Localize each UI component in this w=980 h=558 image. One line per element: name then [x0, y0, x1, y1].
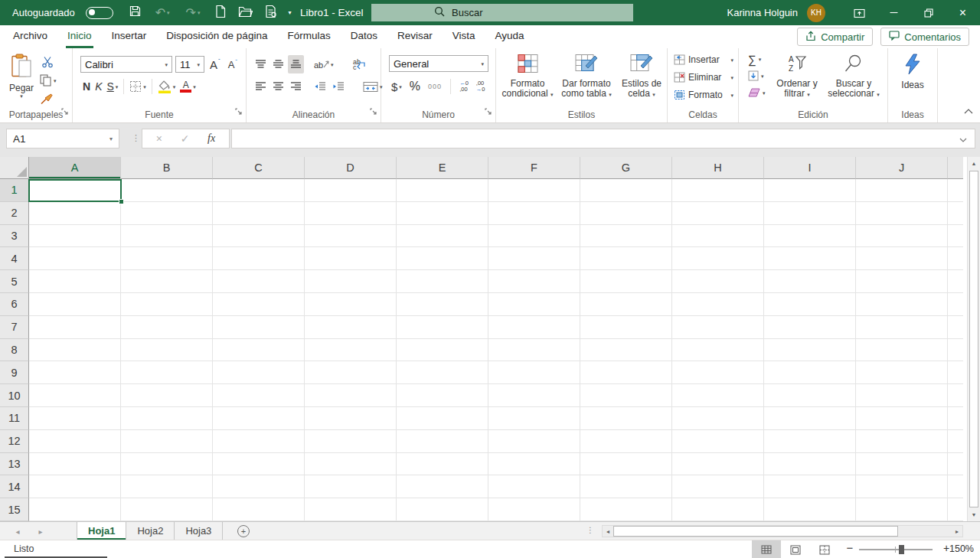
cell-G13[interactable] [580, 453, 672, 476]
cell-D12[interactable] [305, 430, 397, 453]
align-top-button[interactable] [253, 55, 269, 73]
cell-F13[interactable] [488, 453, 580, 476]
cell-E4[interactable] [397, 247, 488, 270]
cancel-icon[interactable]: × [156, 132, 162, 145]
wrap-text-button[interactable]: abc [350, 55, 368, 73]
insert-cells-button[interactable]: Insertar ▾ [674, 54, 733, 65]
cell-D5[interactable] [305, 270, 397, 293]
cell-E12[interactable] [397, 430, 488, 453]
cell-C3[interactable] [213, 225, 305, 248]
zoom-slider-thumb[interactable] [899, 545, 904, 554]
cell-A3[interactable] [29, 225, 121, 248]
new-sheet-button[interactable]: + [237, 525, 250, 537]
cell-C5[interactable] [213, 270, 305, 293]
underline-button[interactable]: S▾ [104, 77, 120, 96]
close-button[interactable]: × [946, 0, 980, 25]
cell-H2[interactable] [672, 202, 764, 225]
cell-H7[interactable] [672, 316, 764, 339]
cell-B13[interactable] [121, 453, 213, 476]
cell-C9[interactable] [213, 361, 305, 384]
cell-F8[interactable] [488, 339, 580, 362]
font-name-combo[interactable]: Calibri ▾ [80, 56, 172, 73]
align-left-button[interactable] [253, 77, 269, 96]
cell-G9[interactable] [580, 361, 672, 384]
user-name[interactable]: Karinna Holguin [727, 7, 798, 18]
cell-H12[interactable] [672, 430, 764, 453]
cell-B4[interactable] [121, 247, 213, 270]
cell-F6[interactable] [488, 293, 580, 316]
cell-C14[interactable] [213, 475, 305, 498]
orientation-button[interactable]: ab ▾ [312, 55, 336, 73]
cell-G14[interactable] [580, 475, 672, 498]
cell-J8[interactable] [856, 339, 948, 362]
cell-D7[interactable] [305, 316, 397, 339]
font-dialog-launcher-icon[interactable] [235, 105, 243, 119]
page-break-view-button[interactable] [810, 540, 839, 558]
cell-G12[interactable] [580, 430, 672, 453]
cell-G7[interactable] [580, 316, 672, 339]
paste-button[interactable]: Pegar ▾ [5, 54, 38, 99]
scroll-left-icon[interactable]: ◂ [603, 526, 613, 537]
cell-F14[interactable] [488, 475, 580, 498]
cell-A11[interactable] [29, 407, 121, 430]
cell-H1[interactable] [672, 179, 764, 202]
currency-format-button[interactable]: $▾ [389, 77, 404, 96]
ribbon-display-options-icon[interactable] [842, 0, 877, 25]
cell-G1[interactable] [580, 179, 672, 202]
sheet-tab-hoja1[interactable]: Hoja1 [77, 522, 126, 540]
cell-E1[interactable] [397, 179, 488, 202]
cell-B9[interactable] [121, 361, 213, 384]
row-header-7[interactable]: 7 [0, 316, 29, 339]
row-header-1[interactable]: 1 [0, 179, 29, 202]
ideas-button[interactable]: Ideas [893, 54, 933, 90]
increase-font-size-button[interactable]: Aˆ [207, 55, 223, 73]
cell-G2[interactable] [580, 202, 672, 225]
column-header-J[interactable]: J [856, 157, 948, 179]
cell-A13[interactable] [29, 453, 121, 476]
copy-button[interactable]: ▾ [40, 74, 57, 86]
find-select-button[interactable]: Buscar yseleccionar ▾ [822, 54, 886, 99]
cell-J12[interactable] [856, 430, 948, 453]
font-color-button[interactable]: A ▾ [178, 77, 198, 96]
open-folder-icon[interactable] [238, 5, 253, 21]
insert-function-button[interactable]: fx [207, 132, 215, 145]
cell-D4[interactable] [305, 247, 397, 270]
cell-A14[interactable] [29, 475, 121, 498]
cell-I3[interactable] [764, 225, 856, 248]
number-format-combo[interactable]: General ▾ [389, 55, 488, 72]
cell-F11[interactable] [488, 407, 580, 430]
row-header-4[interactable]: 4 [0, 247, 29, 270]
row-header-14[interactable]: 14 [0, 475, 29, 498]
cell-partial-10[interactable] [948, 384, 963, 407]
tab-vista[interactable]: Vista [451, 25, 477, 48]
cell-J15[interactable] [856, 498, 948, 521]
cell-H5[interactable] [672, 270, 764, 293]
cell-partial-12[interactable] [948, 430, 963, 453]
row-header-6[interactable]: 6 [0, 293, 29, 316]
cell-C11[interactable] [213, 407, 305, 430]
cell-C10[interactable] [213, 384, 305, 407]
align-middle-button[interactable] [270, 55, 286, 73]
cell-D3[interactable] [305, 225, 397, 248]
cell-G5[interactable] [580, 270, 672, 293]
cell-D1[interactable] [305, 179, 397, 202]
cell-I15[interactable] [764, 498, 856, 521]
borders-button[interactable]: ▾ [127, 77, 149, 96]
tab-ayuda[interactable]: Ayuda [494, 25, 526, 48]
tab-archivo[interactable]: Archivo [11, 25, 49, 48]
share-button[interactable]: Compartir [797, 28, 873, 46]
search-input[interactable] [452, 7, 605, 18]
column-header-I[interactable]: I [764, 157, 856, 179]
number-dialog-launcher-icon[interactable] [485, 105, 492, 119]
cell-E11[interactable] [397, 407, 488, 430]
alignment-dialog-launcher-icon[interactable] [370, 105, 377, 119]
align-right-button[interactable] [288, 77, 304, 96]
cell-D10[interactable] [305, 384, 397, 407]
cell-C1[interactable] [213, 179, 305, 202]
cell-G15[interactable] [580, 498, 672, 521]
cell-A6[interactable] [29, 293, 121, 316]
cell-partial-4[interactable] [948, 247, 963, 270]
cell-partial-9[interactable] [948, 361, 963, 384]
cell-I1[interactable] [764, 179, 856, 202]
italic-button[interactable]: K [93, 77, 104, 96]
